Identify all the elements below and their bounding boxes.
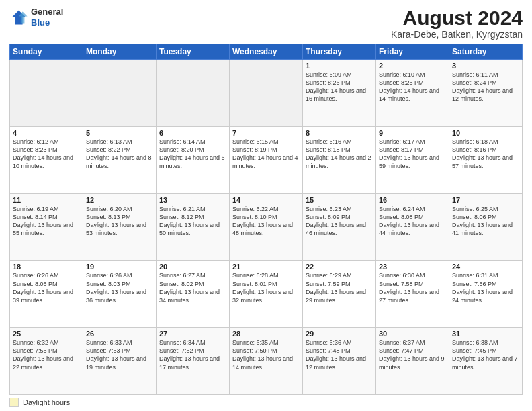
day-number: 30 <box>379 330 446 338</box>
day-info: Sunrise: 6:10 AM Sunset: 8:25 PM Dayligh… <box>379 71 446 103</box>
day-info: Sunrise: 6:21 AM Sunset: 8:12 PM Dayligh… <box>159 205 226 238</box>
calendar-week-row: 25Sunrise: 6:32 AM Sunset: 7:55 PM Dayli… <box>10 328 523 395</box>
calendar-cell: 6Sunrise: 6:14 AM Sunset: 8:20 PM Daylig… <box>157 126 230 193</box>
calendar-cell: 14Sunrise: 6:22 AM Sunset: 8:10 PM Dayli… <box>230 193 303 261</box>
logo-blue: Blue <box>31 17 63 28</box>
calendar-day-header: Tuesday <box>157 44 230 60</box>
day-info: Sunrise: 6:16 AM Sunset: 8:18 PM Dayligh… <box>306 138 373 171</box>
calendar-cell: 8Sunrise: 6:16 AM Sunset: 8:18 PM Daylig… <box>303 126 376 193</box>
calendar-cell: 30Sunrise: 6:37 AM Sunset: 7:47 PM Dayli… <box>376 328 449 395</box>
day-number: 9 <box>379 129 446 137</box>
day-info: Sunrise: 6:22 AM Sunset: 8:10 PM Dayligh… <box>232 205 300 238</box>
day-info: Sunrise: 6:27 AM Sunset: 8:02 PM Dayligh… <box>159 271 226 304</box>
day-number: 19 <box>86 263 153 271</box>
calendar-cell: 19Sunrise: 6:26 AM Sunset: 8:03 PM Dayli… <box>83 261 157 328</box>
title-block: August 2024 Kara-Debe, Batken, Kyrgyzsta… <box>391 7 523 40</box>
day-number: 28 <box>232 330 300 338</box>
calendar-cell: 5Sunrise: 6:13 AM Sunset: 8:22 PM Daylig… <box>83 126 157 193</box>
day-info: Sunrise: 6:19 AM Sunset: 8:14 PM Dayligh… <box>13 205 80 238</box>
calendar-cell: 9Sunrise: 6:17 AM Sunset: 8:17 PM Daylig… <box>376 126 449 193</box>
day-info: Sunrise: 6:33 AM Sunset: 7:53 PM Dayligh… <box>86 338 153 371</box>
day-number: 25 <box>13 330 80 338</box>
calendar-cell: 3Sunrise: 6:11 AM Sunset: 8:24 PM Daylig… <box>449 60 523 127</box>
page: General Blue August 2024 Kara-Debe, Batk… <box>0 0 532 411</box>
calendar-week-row: 11Sunrise: 6:19 AM Sunset: 8:14 PM Dayli… <box>10 193 523 261</box>
day-info: Sunrise: 6:28 AM Sunset: 8:01 PM Dayligh… <box>232 271 300 304</box>
logo-general: General <box>31 7 63 17</box>
day-number: 13 <box>159 196 226 204</box>
day-number: 22 <box>306 263 373 271</box>
logo: General Blue <box>9 7 63 28</box>
day-number: 26 <box>86 330 153 338</box>
day-info: Sunrise: 6:09 AM Sunset: 8:26 PM Dayligh… <box>306 71 373 103</box>
day-info: Sunrise: 6:13 AM Sunset: 8:22 PM Dayligh… <box>86 138 153 171</box>
calendar-day-header: Monday <box>83 44 157 60</box>
calendar-day-header: Friday <box>376 44 449 60</box>
day-info: Sunrise: 6:18 AM Sunset: 8:16 PM Dayligh… <box>452 138 519 171</box>
day-number: 2 <box>379 62 446 70</box>
day-number: 8 <box>306 129 373 137</box>
day-number: 21 <box>232 263 300 271</box>
header: General Blue August 2024 Kara-Debe, Batk… <box>9 7 523 40</box>
calendar-week-row: 4Sunrise: 6:12 AM Sunset: 8:23 PM Daylig… <box>10 126 523 193</box>
month-year: August 2024 <box>391 7 523 29</box>
day-number: 7 <box>232 129 300 137</box>
day-info: Sunrise: 6:38 AM Sunset: 7:45 PM Dayligh… <box>452 338 519 371</box>
calendar-cell: 18Sunrise: 6:26 AM Sunset: 8:05 PM Dayli… <box>10 261 83 328</box>
day-info: Sunrise: 6:30 AM Sunset: 7:58 PM Dayligh… <box>379 271 446 304</box>
calendar-cell: 22Sunrise: 6:29 AM Sunset: 7:59 PM Dayli… <box>303 261 376 328</box>
day-info: Sunrise: 6:11 AM Sunset: 8:24 PM Dayligh… <box>452 71 519 103</box>
calendar-week-row: 1Sunrise: 6:09 AM Sunset: 8:26 PM Daylig… <box>10 60 523 127</box>
day-number: 29 <box>306 330 373 338</box>
calendar-cell: 28Sunrise: 6:35 AM Sunset: 7:50 PM Dayli… <box>230 328 303 395</box>
day-number: 23 <box>379 263 446 271</box>
calendar-cell: 27Sunrise: 6:34 AM Sunset: 7:52 PM Dayli… <box>157 328 230 395</box>
day-info: Sunrise: 6:17 AM Sunset: 8:17 PM Dayligh… <box>379 138 446 171</box>
day-number: 5 <box>86 129 153 137</box>
calendar-cell: 13Sunrise: 6:21 AM Sunset: 8:12 PM Dayli… <box>157 193 230 261</box>
calendar-cell: 21Sunrise: 6:28 AM Sunset: 8:01 PM Dayli… <box>230 261 303 328</box>
day-info: Sunrise: 6:24 AM Sunset: 8:08 PM Dayligh… <box>379 205 446 238</box>
calendar-cell <box>157 60 230 127</box>
calendar-cell: 15Sunrise: 6:23 AM Sunset: 8:09 PM Dayli… <box>303 193 376 261</box>
calendar-header-row: SundayMondayTuesdayWednesdayThursdayFrid… <box>10 44 523 60</box>
calendar-cell: 23Sunrise: 6:30 AM Sunset: 7:58 PM Dayli… <box>376 261 449 328</box>
calendar-cell: 12Sunrise: 6:20 AM Sunset: 8:13 PM Dayli… <box>83 193 157 261</box>
day-number: 16 <box>379 196 446 204</box>
day-info: Sunrise: 6:25 AM Sunset: 8:06 PM Dayligh… <box>452 205 519 238</box>
day-number: 17 <box>452 196 519 204</box>
calendar-cell: 24Sunrise: 6:31 AM Sunset: 7:56 PM Dayli… <box>449 261 523 328</box>
calendar-cell: 11Sunrise: 6:19 AM Sunset: 8:14 PM Dayli… <box>10 193 83 261</box>
calendar-day-header: Saturday <box>449 44 523 60</box>
calendar-cell: 4Sunrise: 6:12 AM Sunset: 8:23 PM Daylig… <box>10 126 83 193</box>
calendar-week-row: 18Sunrise: 6:26 AM Sunset: 8:05 PM Dayli… <box>10 261 523 328</box>
day-number: 24 <box>452 263 519 271</box>
legend-box <box>9 398 19 407</box>
calendar-cell: 7Sunrise: 6:15 AM Sunset: 8:19 PM Daylig… <box>230 126 303 193</box>
calendar-cell: 26Sunrise: 6:33 AM Sunset: 7:53 PM Dayli… <box>83 328 157 395</box>
day-info: Sunrise: 6:15 AM Sunset: 8:19 PM Dayligh… <box>232 138 300 171</box>
calendar-cell: 29Sunrise: 6:36 AM Sunset: 7:48 PM Dayli… <box>303 328 376 395</box>
day-number: 15 <box>306 196 373 204</box>
calendar-cell: 10Sunrise: 6:18 AM Sunset: 8:16 PM Dayli… <box>449 126 523 193</box>
day-number: 14 <box>232 196 300 204</box>
day-number: 27 <box>159 330 226 338</box>
day-number: 12 <box>86 196 153 204</box>
calendar-cell: 20Sunrise: 6:27 AM Sunset: 8:02 PM Dayli… <box>157 261 230 328</box>
calendar-day-header: Wednesday <box>230 44 303 60</box>
calendar-cell: 2Sunrise: 6:10 AM Sunset: 8:25 PM Daylig… <box>376 60 449 127</box>
day-info: Sunrise: 6:23 AM Sunset: 8:09 PM Dayligh… <box>306 205 373 238</box>
day-info: Sunrise: 6:35 AM Sunset: 7:50 PM Dayligh… <box>232 338 300 371</box>
day-number: 6 <box>159 129 226 137</box>
day-info: Sunrise: 6:20 AM Sunset: 8:13 PM Dayligh… <box>86 205 153 238</box>
calendar-cell <box>10 60 83 127</box>
day-info: Sunrise: 6:37 AM Sunset: 7:47 PM Dayligh… <box>379 338 446 371</box>
calendar: SundayMondayTuesdayWednesdayThursdayFrid… <box>9 44 523 395</box>
calendar-cell <box>83 60 157 127</box>
day-number: 4 <box>13 129 80 137</box>
calendar-cell: 17Sunrise: 6:25 AM Sunset: 8:06 PM Dayli… <box>449 193 523 261</box>
day-info: Sunrise: 6:32 AM Sunset: 7:55 PM Dayligh… <box>13 338 80 371</box>
day-info: Sunrise: 6:31 AM Sunset: 7:56 PM Dayligh… <box>452 271 519 304</box>
day-number: 3 <box>452 62 519 70</box>
day-info: Sunrise: 6:34 AM Sunset: 7:52 PM Dayligh… <box>159 338 226 371</box>
